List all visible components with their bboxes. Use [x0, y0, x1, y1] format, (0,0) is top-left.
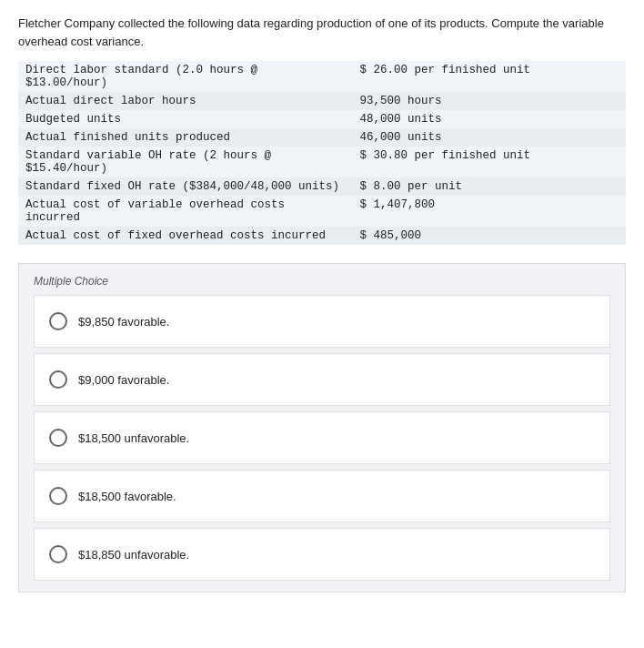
mc-option-c[interactable]: $18,500 unfavorable. [34, 411, 610, 464]
radio-circle-c[interactable] [49, 429, 67, 447]
data-value: $ 8.00 per unit [352, 177, 626, 196]
data-table: Direct labor standard (2.0 hours @ $13.0… [18, 61, 626, 245]
mc-label: Multiple Choice [34, 275, 610, 288]
data-value: $ 485,000 [352, 227, 626, 245]
mc-option-d[interactable]: $18,500 favorable. [34, 470, 610, 522]
data-row: Actual cost of variable overhead costs i… [18, 196, 626, 227]
data-value: $ 1,407,800 [352, 196, 626, 227]
mc-option-text-b: $9,000 favorable. [78, 373, 169, 387]
data-row: Actual direct labor hours93,500 hours [18, 92, 626, 110]
mc-option-b[interactable]: $9,000 favorable. [34, 353, 610, 406]
data-row: Actual finished units produced46,000 uni… [18, 128, 626, 147]
radio-circle-e[interactable] [49, 545, 67, 563]
data-label: Actual cost of fixed overhead costs incu… [18, 227, 352, 245]
data-label: Budgeted units [18, 110, 352, 128]
radio-circle-a[interactable] [49, 312, 67, 330]
multiple-choice-container: Multiple Choice $9,850 favorable. $9,000… [18, 263, 626, 592]
data-value: $ 26.00 per finished unit [352, 61, 626, 92]
mc-option-a[interactable]: $9,850 favorable. [34, 295, 610, 348]
mc-option-e[interactable]: $18,850 unfavorable. [34, 528, 610, 581]
radio-circle-b[interactable] [49, 370, 67, 389]
data-label: Actual cost of variable overhead costs i… [18, 196, 352, 227]
question-text: Fletcher Company collected the following… [18, 15, 626, 50]
data-row: Standard fixed OH rate ($384,000/48,000 … [18, 177, 626, 196]
data-label: Actual direct labor hours [18, 92, 352, 110]
data-row: Actual cost of fixed overhead costs incu… [18, 227, 626, 245]
data-label: Standard variable OH rate (2 hours @ $15… [18, 147, 352, 177]
data-label: Direct labor standard (2.0 hours @ $13.0… [18, 61, 352, 92]
data-value: $ 30.80 per finished unit [352, 147, 626, 177]
data-value: 46,000 units [352, 128, 626, 147]
mc-option-text-a: $9,850 favorable. [78, 315, 169, 329]
data-row: Standard variable OH rate (2 hours @ $15… [18, 147, 626, 177]
mc-option-text-e: $18,850 unfavorable. [78, 548, 189, 562]
data-row: Direct labor standard (2.0 hours @ $13.0… [18, 61, 626, 92]
mc-option-text-d: $18,500 favorable. [78, 490, 176, 503]
data-value: 48,000 units [352, 110, 626, 128]
data-label: Standard fixed OH rate ($384,000/48,000 … [18, 177, 352, 196]
data-label: Actual finished units produced [18, 128, 352, 147]
data-value: 93,500 hours [352, 92, 626, 110]
data-row: Budgeted units48,000 units [18, 110, 626, 128]
mc-option-text-c: $18,500 unfavorable. [78, 431, 189, 445]
radio-circle-d[interactable] [49, 487, 67, 505]
